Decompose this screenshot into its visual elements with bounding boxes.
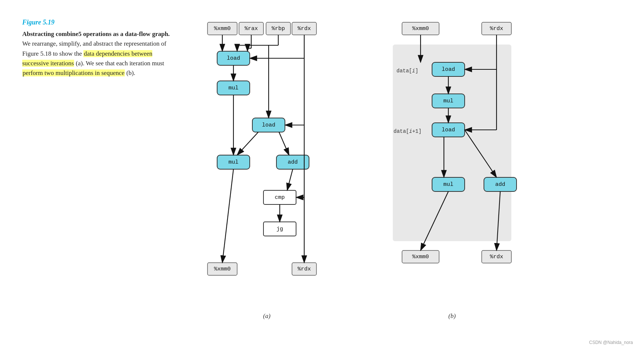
svg-text:%rbp: %rbp	[272, 26, 285, 32]
svg-text:jg: jg	[276, 226, 283, 232]
svg-text:add: add	[495, 181, 505, 188]
svg-text:load: load	[442, 66, 455, 73]
svg-text:%rdx: %rdx	[490, 254, 503, 260]
svg-text:%xmm0: %xmm0	[412, 26, 429, 32]
svg-text:mul: mul	[443, 181, 453, 188]
figure-caption: Abstracting combine5 operations as a dat…	[22, 29, 178, 78]
svg-text:cmp: cmp	[275, 194, 285, 201]
svg-text:add: add	[288, 159, 298, 165]
svg-text:%xmm0: %xmm0	[214, 266, 230, 272]
svg-line-35	[279, 132, 289, 155]
svg-text:load: load	[227, 55, 240, 62]
highlight-2: perform two multiplications in sequence	[22, 69, 125, 76]
diagram-b: %xmm0 %rdx data[i] load mul	[363, 15, 541, 320]
svg-text:%xmm0: %xmm0	[412, 254, 429, 260]
svg-text:load: load	[442, 127, 455, 133]
svg-text:data[i+1]: data[i+1]	[394, 128, 422, 134]
svg-line-48	[222, 169, 233, 263]
svg-line-32	[237, 132, 258, 155]
svg-text:%xmm0: %xmm0	[214, 26, 230, 32]
text-panel: Figure 5.19 Abstracting combine5 operati…	[22, 15, 178, 78]
svg-text:%rdx: %rdx	[298, 26, 311, 32]
svg-line-38	[287, 169, 293, 190]
figure-label: Figure 5.19	[22, 19, 178, 26]
svg-text:mul: mul	[228, 159, 238, 165]
caption-end: (b).	[125, 69, 135, 76]
diagrams-area: %xmm0 %rax %rbp %rdx load	[200, 15, 622, 320]
svg-text:load: load	[262, 122, 275, 128]
caption-mid: (a). We see that each iteration must	[74, 60, 164, 67]
svg-text:%rax: %rax	[245, 26, 258, 32]
svg-text:data[i]: data[i]	[396, 68, 418, 74]
diagram-a: %xmm0 %rax %rbp %rdx load	[200, 15, 333, 320]
svg-text:mul: mul	[228, 85, 238, 91]
diagram-b-label: (b)	[448, 312, 456, 320]
caption-bold: Abstracting combine5 operations as a dat…	[22, 30, 170, 37]
svg-text:%rdx: %rdx	[298, 266, 311, 272]
credit-text: CSDN @Nahida_nora	[589, 340, 633, 345]
diagram-a-label: (a)	[263, 312, 270, 320]
svg-text:%rdx: %rdx	[490, 26, 503, 32]
svg-text:mul: mul	[443, 98, 453, 104]
